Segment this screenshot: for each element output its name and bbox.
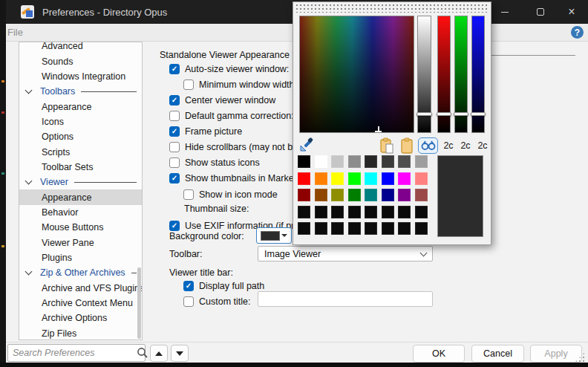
palette-swatch[interactable] [365,189,377,201]
checkbox[interactable] [169,157,180,168]
palette-swatch[interactable] [315,172,327,185]
toolbar-select[interactable]: Image Viewer [258,246,433,262]
ok-button[interactable]: OK [413,345,465,363]
palette-swatch[interactable] [315,206,327,218]
palette-swatch[interactable] [331,172,344,185]
option-hide-scrollbars[interactable]: Hide scrollbars (may not be s [169,140,305,153]
clipboard-icon[interactable] [400,137,414,154]
binoculars-toggle[interactable] [418,137,438,154]
checkbox[interactable] [183,296,194,307]
search-box[interactable] [7,344,146,362]
palette-swatch[interactable] [331,222,344,235]
apply-button[interactable]: Apply [530,345,582,363]
checkbox[interactable] [183,79,194,90]
red-slider[interactable] [437,16,451,133]
slider-thumb[interactable] [437,112,451,116]
palette-swatch[interactable] [298,222,310,235]
help-icon[interactable]: ? [571,26,584,39]
palette-swatch[interactable] [348,189,361,201]
palette-swatch[interactable] [315,155,327,168]
checkbox[interactable] [169,126,180,137]
sidebar-item-archive-vfs-plugins[interactable]: Archive and VFS Plugins [19,281,142,296]
sidebar-section-toolbars[interactable]: Toolbars [19,84,142,99]
palette-swatch[interactable] [365,222,377,235]
sidebar-item-viewer-pane[interactable]: Viewer Pane [19,235,142,250]
palette-swatch[interactable] [382,222,394,235]
blue-slider[interactable] [471,16,485,133]
palette-swatch[interactable] [415,222,428,235]
palette-swatch[interactable] [365,172,377,185]
sidebar-item-behavior[interactable]: Behavior [19,205,142,220]
sidebar-section-zip-archives[interactable]: Zip & Other Archives [19,265,142,280]
palette-swatch[interactable] [415,172,428,185]
palette-swatch[interactable] [298,172,310,185]
palette-swatch[interactable] [382,155,394,168]
palette-swatch[interactable] [348,155,361,168]
sidebar-item-viewer-appearance[interactable]: Appearance [19,189,142,204]
palette-swatch[interactable] [315,222,327,235]
checkbox[interactable] [169,64,180,74]
menu-file[interactable]: File [7,27,23,38]
sidebar-section-viewer[interactable]: Viewer [19,175,142,189]
palette-swatch[interactable] [382,189,394,201]
option-custom-title[interactable]: Custom title: [183,295,250,308]
checkbox[interactable] [183,189,194,200]
palette-swatch[interactable] [398,222,411,235]
sidebar-item-archive-context-menu[interactable]: Archive Context Menu [19,296,142,311]
tree-scrollbar[interactable] [137,267,141,339]
eyedropper-icon[interactable] [299,137,314,152]
palette-swatch[interactable] [298,206,310,218]
cancel-button[interactable]: Cancel [471,345,524,363]
option-center-viewer-window[interactable]: Center viewer window [169,94,275,106]
checkbox[interactable] [183,281,194,291]
paste-icon[interactable] [379,137,394,154]
maximize-button[interactable] [523,0,558,24]
option-show-in-icon-mode[interactable]: Show in icon mode [183,188,278,201]
palette-swatch[interactable] [298,189,310,201]
option-frame-picture[interactable]: Frame picture [169,125,242,137]
palette-swatch[interactable] [365,155,377,168]
sidebar-item-toolbars-appearance[interactable]: Appearance [19,99,142,114]
palette-swatch[interactable] [298,155,310,168]
checkbox[interactable] [169,142,180,152]
sidebar-item-sounds[interactable]: Sounds [19,53,142,68]
slider-thumb[interactable] [416,112,432,116]
color-gradient-field[interactable] [299,16,414,133]
brightness-slider[interactable] [417,16,431,133]
palette-swatch[interactable] [415,206,428,218]
option-minimum-window-width[interactable]: Minimum window width: [183,78,297,91]
palette-swatch[interactable] [398,206,411,218]
palette-swatch[interactable] [398,155,411,168]
sidebar-item-toolbar-sets[interactable]: Toolbar Sets [19,160,142,175]
green-slider[interactable] [454,16,468,133]
checkbox[interactable] [169,173,180,184]
palette-swatch[interactable] [398,189,411,201]
sidebar-item-scripts[interactable]: Scripts [19,144,142,159]
palette-swatch[interactable] [398,172,411,185]
search-input[interactable] [8,348,137,358]
sidebar-item-archive-options[interactable]: Archive Options [19,311,142,325]
checkbox[interactable] [169,221,180,231]
sidebar-item-zip-files[interactable]: Zip Files [19,326,142,340]
minimize-button[interactable] [488,0,522,24]
background-color-dropdown[interactable] [256,227,292,244]
palette-swatch[interactable] [315,189,327,201]
palette-swatch[interactable] [382,172,394,185]
palette-swatch[interactable] [331,206,344,218]
palette-swatch[interactable] [382,206,394,218]
close-button[interactable]: × [555,0,588,24]
checkbox[interactable] [169,111,180,121]
option-show-status-icons[interactable]: Show status icons [169,156,260,169]
search-prev-button[interactable] [150,345,168,362]
sidebar-item-advanced[interactable]: Advanced [19,42,142,53]
sidebar-item-plugins[interactable]: Plugins [19,250,142,265]
palette-swatch[interactable] [348,206,361,218]
palette-swatch[interactable] [348,172,361,185]
custom-title-input[interactable] [258,291,433,307]
palette-swatch[interactable] [348,222,361,235]
checkbox[interactable] [169,95,180,105]
option-default-gamma-correction[interactable]: Default gamma correction: [169,109,294,122]
slider-thumb[interactable] [454,112,468,116]
palette-swatch[interactable] [331,155,344,168]
palette-swatch[interactable] [415,189,428,201]
